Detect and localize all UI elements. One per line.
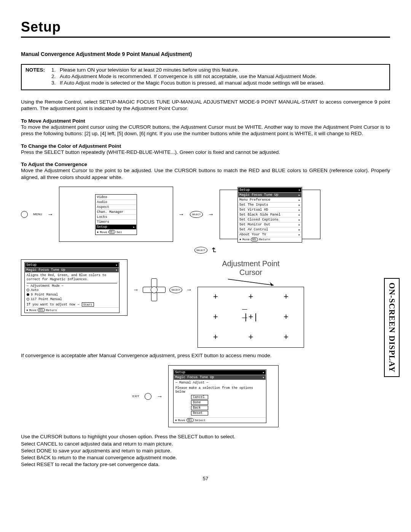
osd-option-button: Reset	[191, 411, 208, 415]
arrow-pointer-icon	[224, 278, 277, 287]
title-rule	[21, 37, 390, 38]
arrow-right-icon: →	[133, 286, 139, 293]
cross-icon: +	[284, 313, 288, 322]
cross-icon: +	[248, 292, 253, 302]
side-tab: ON-SCREEN DISPLAY	[384, 278, 400, 377]
osd-option-button: Cancel	[191, 395, 208, 399]
osd-main-menu: Video Audio Aspect Chan. Manager Locks T…	[95, 194, 137, 235]
osd-item: Menu Preference▸	[238, 198, 301, 203]
osd-item: Timers	[96, 220, 136, 225]
cross-icon: +	[284, 292, 288, 302]
sub-heading-move: To Move Adjustment Point	[21, 118, 390, 124]
svg-line-0	[228, 279, 274, 285]
note-number: 2.	[51, 73, 60, 80]
cross-icon: +	[213, 292, 218, 302]
osd-item: Video	[96, 195, 136, 200]
osd-footer: ♦ Move SEL Select	[174, 417, 266, 422]
menu-button-label: MENU	[33, 212, 42, 216]
osd-item: Set Black Side Panel▸	[238, 212, 301, 217]
osd-radio-option: 117 Point Manual	[25, 297, 119, 302]
osd-subtitle: Magic Focus Tune Up▾	[174, 375, 266, 380]
osd-magic-focus: Setup▾ Magic Focus Tune Up▾ Aligns the R…	[24, 262, 119, 313]
page-title: Setup	[21, 19, 390, 35]
menu-button-icon	[21, 211, 28, 218]
arrow-down-icon: ↵	[209, 247, 218, 254]
osd-description: Aligns the Red, Green, and Blue colors t…	[25, 273, 119, 282]
select-button-icon: SELECT	[194, 247, 207, 254]
final-instructions: Use the CURSOR buttons to highlight your…	[21, 433, 390, 468]
exit-button-label: EXIT	[132, 395, 139, 398]
svg-marker-1	[270, 282, 274, 286]
diagram-row-2: Setup▾ Magic Focus Tune Up▾ Aligns the R…	[21, 259, 390, 348]
osd-item: Set Closed Captions▸	[238, 217, 301, 222]
sub-text-move: To move the adjustment point cursor usin…	[21, 124, 390, 137]
cross-icon: +	[213, 333, 218, 342]
intro-paragraph: Using the Remote Control, select SETUP-M…	[21, 99, 390, 112]
osd-frame-magic-focus: Setup▾ Magic Focus Tune Up▾ Aligns the R…	[21, 259, 127, 316]
instruction-line: Select CANCEL to cancel adjusted data an…	[21, 441, 390, 447]
osd-radio-option: Auto	[25, 288, 119, 292]
after-adjustment-text: If convergence is acceptable after Manua…	[21, 352, 390, 359]
notes-box: NOTES: 1. Please turn ON your television…	[21, 64, 390, 90]
osd-group-label: — Manual Adjust —	[174, 380, 266, 385]
osd-item: Set The Inputs▸	[238, 203, 301, 208]
notes-label: NOTES:	[25, 67, 51, 73]
start-button: Start	[82, 302, 94, 307]
note-text: If Auto Adjust mode is selected or the M…	[60, 80, 325, 86]
osd-mode-label: — Adjustment Mode —	[27, 283, 117, 288]
diagram-row-3: EXIT → Setup▾ Magic Focus Tune Up▾ — Man…	[21, 365, 390, 427]
osd-frame-setup-menu: Setup▾ Magic Focus Tune Up▸ Menu Prefere…	[220, 190, 320, 239]
cross-icon: +	[284, 333, 288, 342]
osd-title: Setup▾	[238, 188, 301, 193]
osd-item: Set Virtual HD▸	[238, 208, 301, 212]
arrow-right-icon: →	[178, 211, 185, 218]
note-number: 3.	[51, 80, 60, 86]
osd-description: Please make a selection from the options…	[174, 385, 266, 395]
note-text: Please turn ON your television for at le…	[60, 67, 239, 73]
arrow-right-icon: →	[186, 286, 192, 293]
osd-title: Setup▾	[25, 263, 119, 268]
osd-item-highlighted: Setup▸	[96, 225, 136, 230]
instruction-line: Select BACK to return to the manual conv…	[21, 454, 390, 461]
osd-frame-manual-adjust: Setup▾ Magic Focus Tune Up▾ — Manual Adj…	[168, 365, 279, 427]
osd-option-button: Back	[191, 406, 208, 410]
osd-item: Audio	[96, 200, 136, 205]
sub-heading-adjust: To Adjust the Convergence	[21, 161, 390, 167]
osd-hint: If you want to adjust now→Start	[25, 302, 119, 308]
page-number: 57	[21, 476, 390, 481]
osd-item: Aspect	[96, 205, 136, 210]
cross-icon: +	[213, 313, 218, 322]
nine-point-pattern: +++ + _|+|_ + +++	[198, 287, 304, 348]
adjustment-cursor-label: Adjustment PointCursor	[222, 259, 279, 277]
arrow-right-icon: →	[48, 211, 54, 218]
cross-icon: +	[248, 333, 253, 342]
osd-subtitle: Magic Focus Tune Up▾	[25, 268, 119, 273]
osd-manual-adjust: Setup▾ Magic Focus Tune Up▾ — Manual Adj…	[173, 369, 266, 423]
osd-frame-main-menu: Video Audio Aspect Chan. Manager Locks T…	[59, 187, 173, 242]
osd-setup-menu: Setup▾ Magic Focus Tune Up▸ Menu Prefere…	[237, 187, 302, 243]
osd-item: Chan. Manager	[96, 210, 136, 215]
diagram-row-1: MENU → Video Audio Aspect Chan. Manager …	[21, 187, 390, 348]
note-text: Auto Adjustment Mode is recommended. If …	[60, 73, 317, 80]
exit-button-icon	[145, 393, 151, 400]
arrow-right-icon: →	[208, 211, 214, 218]
instruction-line: Select RESET to recall the factory pre-s…	[21, 461, 390, 468]
osd-radio-option-selected: 9 Point Manual	[25, 292, 119, 297]
select-button-icon: SELECT	[169, 286, 182, 293]
sub-text-adjust: Move the Adjustment Cursor to the point …	[21, 167, 390, 181]
osd-item-highlighted: Magic Focus Tune Up▸	[238, 193, 301, 198]
sub-text-color: Press the SELECT button repeatedly (WHIT…	[21, 149, 390, 156]
osd-footer: ♦ Move SEL Return	[238, 237, 301, 242]
section-heading: Manual Convergence Adjustment Mode 9 Poi…	[21, 51, 390, 57]
arrow-right-icon: →	[157, 393, 163, 400]
osd-option-button: Done	[191, 400, 208, 405]
osd-footer: ♦ Move SEL Return	[25, 307, 119, 312]
osd-item: Locks	[96, 215, 136, 220]
osd-footer: ♦ Move SEL Sel	[96, 230, 136, 234]
instruction-line: Use the CURSOR buttons to highlight your…	[21, 433, 390, 440]
diagram-select-line: SELECT ↵	[21, 246, 390, 255]
osd-item: About Your TV▸	[238, 232, 301, 237]
sub-heading-color: To Change the Color of Adjustment Point	[21, 143, 390, 149]
adjustment-cursor-icon: _|+|_	[243, 313, 258, 322]
note-number: 1.	[51, 67, 60, 73]
